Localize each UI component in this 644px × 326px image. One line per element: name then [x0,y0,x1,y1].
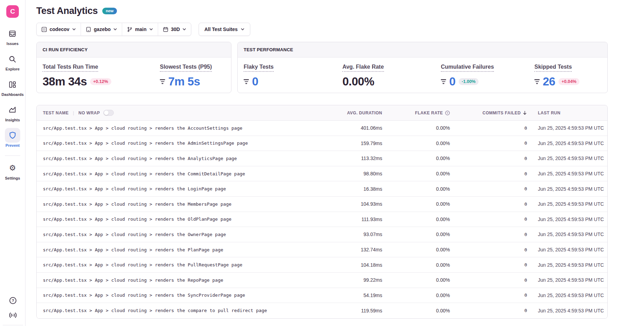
col-flake-rate[interactable]: FLAKE RATE ? [382,111,450,115]
test-name-link[interactable]: src/App.test.tsx > App > cloud routing >… [43,156,237,161]
main-content: Test Analytics new codecov [25,0,644,326]
avg-duration-value: 54.19ms [363,293,382,298]
filter-funnel-icon[interactable] [534,79,540,84]
col-last-run[interactable]: LAST RUN [527,111,607,115]
col-avg-duration[interactable]: AVG. DURATION [281,111,382,115]
col-commits-failed[interactable]: COMMITS FAILED [450,111,527,115]
avg-duration-value: 113.32ms [361,156,382,161]
sidebar-item-label: Dashboards [1,92,24,97]
svg-text:?: ? [12,298,14,303]
help-icon: ? [9,296,17,305]
last-run-value: Jun 25, 2025 4:59:53 PM UTC [538,125,604,131]
scope-filter-group: codecov gazebo [36,23,191,36]
table-row: src/App.test.tsx > App > cloud routing >… [37,166,607,182]
test-name-link[interactable]: src/App.test.tsx > App > cloud routing >… [43,186,226,191]
chevron-down-icon [113,27,117,31]
flake-rate-value: 0.00% [436,156,450,161]
search-icon [8,55,16,63]
metric-label: Skipped Tests [534,64,572,72]
filter-funnel-icon[interactable] [160,79,165,84]
app-root: C Issues Ex [0,0,644,326]
metric-label: Total Tests Run Time [43,64,98,72]
table-row: src/App.test.tsx > App > cloud routing >… [37,288,607,303]
sidebar-item-settings[interactable]: ⚙ Settings [5,161,20,180]
commits-failed-value: 0 [524,202,527,207]
sidebar-item-insights[interactable]: Insights [5,103,20,122]
date-range-selector[interactable]: 30D [158,23,191,36]
test-name-link[interactable]: src/App.test.tsx > App > cloud routing >… [43,217,231,222]
sidebar-footer-divider [3,325,23,325]
commits-failed-value: 0 [524,247,527,252]
broadcast-icon [8,311,17,319]
filter-funnel-icon[interactable] [244,79,249,84]
test-suites-dropdown[interactable]: All Test Suites [199,23,250,36]
last-run-value: Jun 25, 2025 4:59:53 PM UTC [538,201,604,207]
org-icon [41,26,47,32]
date-range-label: 30D [171,26,180,32]
test-name-link[interactable]: src/App.test.tsx > App > cloud routing >… [43,232,226,237]
sidebar-item-dashboards[interactable]: Dashboards [1,77,24,97]
metric-value-link[interactable]: 7m 5s [168,75,200,88]
org-selector[interactable]: codecov [37,23,81,36]
gear-icon: ⚙ [9,164,16,172]
delta-badge: -1.00% [459,78,479,85]
shield-icon [8,131,17,139]
test-name-link[interactable]: src/App.test.tsx > App > cloud routing >… [43,262,242,267]
test-name-link[interactable]: src/App.test.tsx > App > cloud routing >… [43,278,223,283]
no-wrap-label: NO WRAP [79,111,100,115]
org-avatar[interactable]: C [6,5,19,18]
table-row: src/App.test.tsx > App > cloud routing >… [37,242,607,258]
sidebar-item-prevent[interactable]: Prevent [5,128,20,147]
commits-failed-value: 0 [524,186,527,191]
metric-value-link[interactable]: 0 [252,75,258,88]
issues-icon [8,30,16,38]
flake-rate-value: 0.00% [436,201,450,207]
test-name-link[interactable]: src/App.test.tsx > App > cloud routing >… [43,308,267,313]
metric-label: Avg. Flake Rate [342,64,384,72]
tests-table: TEST NAME | NO WRAP AVG. DURATION FLAKE … [36,105,608,319]
repo-selector[interactable]: gazebo [81,23,122,36]
metric-value-link[interactable]: 26 [543,75,555,88]
flake-rate-help-icon[interactable]: ? [445,111,450,115]
sidebar-item-explore[interactable]: Explore [5,52,20,71]
test-name-link[interactable]: src/App.test.tsx > App > cloud routing >… [43,293,245,298]
new-feature-badge: new [102,8,117,14]
ci-run-efficiency-card: CI RUN EFFICIENCY Total Tests Run Time 3… [36,42,231,93]
branch-selector[interactable]: main [122,23,158,36]
flake-rate-value: 0.00% [436,171,450,176]
sidebar-nav: Issues Explore [1,26,24,186]
help-button[interactable]: ? [8,296,18,305]
page-title: Test Analytics [36,6,98,16]
repo-icon [86,26,91,32]
test-name-link[interactable]: src/App.test.tsx > App > cloud routing >… [43,171,245,176]
delta-badge: +0.12% [90,78,111,85]
test-name-link[interactable]: src/App.test.tsx > App > cloud routing >… [43,247,223,252]
flake-rate-value: 0.00% [436,217,450,222]
test-name-link[interactable]: src/App.test.tsx > App > cloud routing >… [43,126,242,131]
sidebar-item-label: Insights [5,118,20,122]
avg-duration-value: 119.59ms [361,308,382,313]
card-title: TEST PERFORMANCE [238,42,607,58]
flake-rate-value: 0.00% [436,125,450,131]
sort-desc-icon [523,111,527,115]
test-name-link[interactable]: src/App.test.tsx > App > cloud routing >… [43,202,231,207]
commits-failed-value: 0 [524,278,527,283]
sidebar-item-issues[interactable]: Issues [5,26,20,46]
filter-funnel-icon[interactable] [441,79,446,84]
metric-value-link[interactable]: 0 [449,75,456,88]
metric-total-tests-run-time: Total Tests Run Time 38m 34s +0.12% [37,64,154,88]
sidebar-item-label: Prevent [6,143,20,147]
metric-label: Slowest Tests (P95) [160,64,212,72]
table-row: src/App.test.tsx > App > cloud routing >… [37,197,607,212]
test-name-link[interactable]: src/App.test.tsx > App > cloud routing >… [43,141,248,146]
filter-bar: codecov gazebo [36,23,644,36]
avg-duration-value: 159.79ms [361,141,382,146]
table-header: TEST NAME | NO WRAP AVG. DURATION FLAKE … [37,105,607,121]
metric-value: 38m 34s [43,75,87,88]
sidebar-divider [5,156,20,156]
commits-failed-value: 0 [524,293,527,298]
branch-icon [127,26,133,32]
broadcast-button[interactable] [8,310,18,320]
no-wrap-toggle[interactable] [103,110,114,116]
table-body: src/App.test.tsx > App > cloud routing >… [37,121,607,318]
